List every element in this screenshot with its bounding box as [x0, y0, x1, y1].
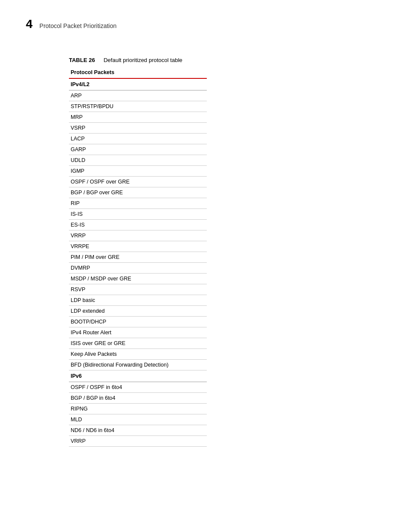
table-row: RSVP: [69, 284, 207, 295]
protocol-table: Protocol Packets IPv4/L2ARPSTP/RSTP/BPDU…: [69, 67, 207, 447]
table-row: LDP extended: [69, 306, 207, 317]
table-row: STP/RSTP/BPDU: [69, 101, 207, 112]
table-cell: MLD: [69, 414, 207, 425]
table-cell: VRRP: [69, 230, 207, 241]
table-row: MLD: [69, 414, 207, 425]
table-cell: LDP basic: [69, 295, 207, 306]
table-row: Keep Alive Packets: [69, 349, 207, 360]
table-cell: IPv4 Router Alert: [69, 327, 207, 338]
table-cell: MSDP / MSDP over GRE: [69, 274, 207, 284]
table-cell: BGP / BGP in 6to4: [69, 393, 207, 404]
table-row: VRRPE: [69, 241, 207, 252]
table-cell: ES-IS: [69, 220, 207, 230]
table-row: ISIS over GRE or GRE: [69, 338, 207, 349]
table-cell: LDP extended: [69, 306, 207, 317]
table-cell: ARP: [69, 90, 207, 101]
table-cell: RSVP: [69, 284, 207, 295]
table-row: VRRP: [69, 436, 207, 447]
table-cell: IPv6: [69, 370, 207, 382]
table-row: ND6 / ND6 in 6to4: [69, 425, 207, 436]
table-cell: PIM / PIM over GRE: [69, 252, 207, 263]
table-cell: RIPNG: [69, 404, 207, 414]
table-cell: ISIS over GRE or GRE: [69, 338, 207, 349]
table-cell: LACP: [69, 134, 207, 144]
table-cell: Keep Alive Packets: [69, 349, 207, 360]
table-cell: BFD (Bidirectional Forwarding Detection): [69, 360, 207, 370]
table-header-row: Protocol Packets: [69, 67, 207, 78]
table-cell: IS-IS: [69, 209, 207, 220]
table-cell: GARP: [69, 144, 207, 155]
table-row: IS-IS: [69, 209, 207, 220]
table-label: TABLE 26: [69, 57, 95, 63]
table-description: Default prioritized protocol table: [103, 57, 182, 63]
table-row: GARP: [69, 144, 207, 155]
table-cell: MRP: [69, 112, 207, 123]
table-row: VRRP: [69, 230, 207, 241]
page: 4 Protocol Packet Prioritization TABLE 2…: [0, 0, 411, 464]
table-cell: BOOTP/DHCP: [69, 317, 207, 327]
table-row: VSRP: [69, 123, 207, 134]
table-cell: IPv4/L2: [69, 78, 207, 90]
table-row: PIM / PIM over GRE: [69, 252, 207, 263]
page-number: 4: [26, 17, 33, 31]
table-row: IGMP: [69, 166, 207, 177]
table-cell: VRRP: [69, 436, 207, 447]
table-cell: VSRP: [69, 123, 207, 134]
table-cell: DVMRP: [69, 263, 207, 274]
table-row: RIP: [69, 198, 207, 209]
table-cell: UDLD: [69, 155, 207, 166]
table-row: BOOTP/DHCP: [69, 317, 207, 327]
table-row: ARP: [69, 90, 207, 101]
table-row: OSPF / OSPF over GRE: [69, 177, 207, 187]
table-row: LDP basic: [69, 295, 207, 306]
column-header: Protocol Packets: [69, 67, 207, 78]
table-row: BGP / BGP over GRE: [69, 187, 207, 198]
table-row: MRP: [69, 112, 207, 123]
page-title: Protocol Packet Prioritization: [40, 22, 117, 29]
table-cell: ND6 / ND6 in 6to4: [69, 425, 207, 436]
table-cell: BGP / BGP over GRE: [69, 187, 207, 198]
table-body: IPv4/L2ARPSTP/RSTP/BPDUMRPVSRPLACPGARPUD…: [69, 78, 207, 447]
table-row: IPv6: [69, 370, 207, 382]
table-cell: IGMP: [69, 166, 207, 177]
table-container: TABLE 26 Default prioritized protocol ta…: [69, 57, 385, 447]
table-row: BGP / BGP in 6to4: [69, 393, 207, 404]
table-row: UDLD: [69, 155, 207, 166]
table-cell: OSPF / OSPF over GRE: [69, 177, 207, 187]
table-row: RIPNG: [69, 404, 207, 414]
table-row: IPv4 Router Alert: [69, 327, 207, 338]
table-cell: OSPF / OSPF in 6to4: [69, 382, 207, 393]
table-cell: RIP: [69, 198, 207, 209]
page-header: 4 Protocol Packet Prioritization: [26, 17, 385, 31]
table-cell: STP/RSTP/BPDU: [69, 101, 207, 112]
table-row: BFD (Bidirectional Forwarding Detection): [69, 360, 207, 370]
table-caption: TABLE 26 Default prioritized protocol ta…: [69, 57, 385, 63]
table-row: ES-IS: [69, 220, 207, 230]
table-row: IPv4/L2: [69, 78, 207, 90]
table-row: DVMRP: [69, 263, 207, 274]
table-row: LACP: [69, 134, 207, 144]
table-cell: VRRPE: [69, 241, 207, 252]
table-row: OSPF / OSPF in 6to4: [69, 382, 207, 393]
table-row: MSDP / MSDP over GRE: [69, 274, 207, 284]
